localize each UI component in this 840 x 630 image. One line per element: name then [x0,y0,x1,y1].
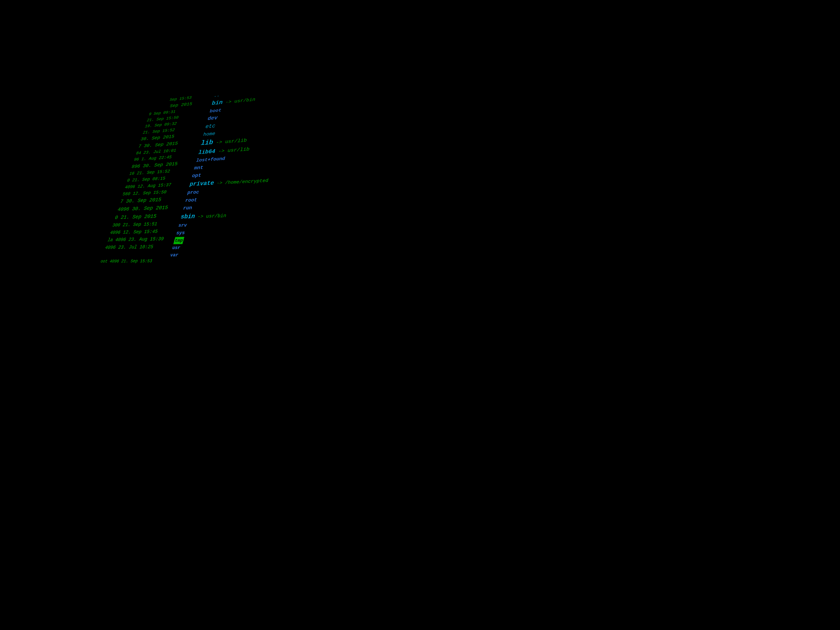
num-4096d: 4096 23. [104,243,130,251]
num-la4096: la 4096 23. [106,236,141,244]
symlink-target-lib64: usr/lib [226,145,250,155]
terminal-window: Sep 15:53 Sep 2015 9 Sep 09:31 21. Sep 1… [0,0,840,630]
dir-name-home: home [202,130,216,138]
time-22: 10:25 [139,243,154,251]
num-0b: 0 21. [114,213,134,222]
line-23 [102,251,167,258]
num-560: 560 12. [122,189,144,197]
dir-name-usr: usr [171,244,181,251]
dir-name-lib: lib [199,137,215,148]
line-24: oot 4096 21. Sep 15:53 [99,257,165,265]
num-4096b: 4096 30. [116,205,145,213]
dir-name-etc: etc [204,122,216,131]
dir-name-opt: opt [191,171,202,180]
symlink-arrow-private: -> [213,179,226,187]
dir-name-dotdot: .. [213,92,221,99]
symlink-target-private: /home/encrypted [224,177,269,186]
symlink-target-lib: usr/lib [224,137,248,146]
dir-name-proc: proc [186,188,200,197]
symlink-arrow-lib64: -> [214,147,229,155]
dir-name-private: private [189,179,215,189]
time-12: 15:52 [156,168,171,175]
num-0: 0 21. [126,176,143,184]
time-9: 10:01 [163,147,177,155]
dir-name-sys: sys [175,229,186,237]
time-20: 15:45 [143,228,159,236]
symlink-arrow-lib: -> [212,138,226,147]
dir-name-srv: srv [177,221,188,229]
date-sep17: Sep 2015 [143,204,169,213]
time-24: 15:53 [139,257,153,265]
time-10: 22:45 [158,154,172,161]
num-730b: 7 30. [119,197,139,206]
dir-name-lib64: lib64 [197,147,216,157]
dir-name-dev: dev [207,114,219,123]
dir-name-mnt: mnt [193,164,204,172]
num-4096e: 4096 21. [109,258,132,265]
line-21: la 4096 23. Aug 15:39 [106,235,171,244]
time-14: 15:37 [157,182,172,189]
dir-name-bin: bin [211,98,224,108]
time-13: 08:15 [152,175,166,183]
symlink-target-sbin: usr/bin [205,212,227,220]
symlink-arrow-sbin: -> [194,213,207,221]
dir-name-root: root [184,196,198,204]
num-4096c: 4096 12. [109,229,135,237]
date-sep18: Sep 2015 [131,212,158,221]
time-19: 15:51 [143,220,158,228]
symlink-arrow-bin: -> [222,98,235,106]
time-15: 15:50 [152,189,167,196]
dir-name-var: var [169,251,179,259]
dir-name-run: run [182,204,193,212]
line-22: 4096 23. Jul 10:25 [104,243,169,251]
dir-name-tmp: tmp [174,237,185,244]
time-21: 15:39 [149,235,164,243]
date-sep16: Sep 2015 [136,196,163,205]
num-300: 300 21. [111,221,134,229]
